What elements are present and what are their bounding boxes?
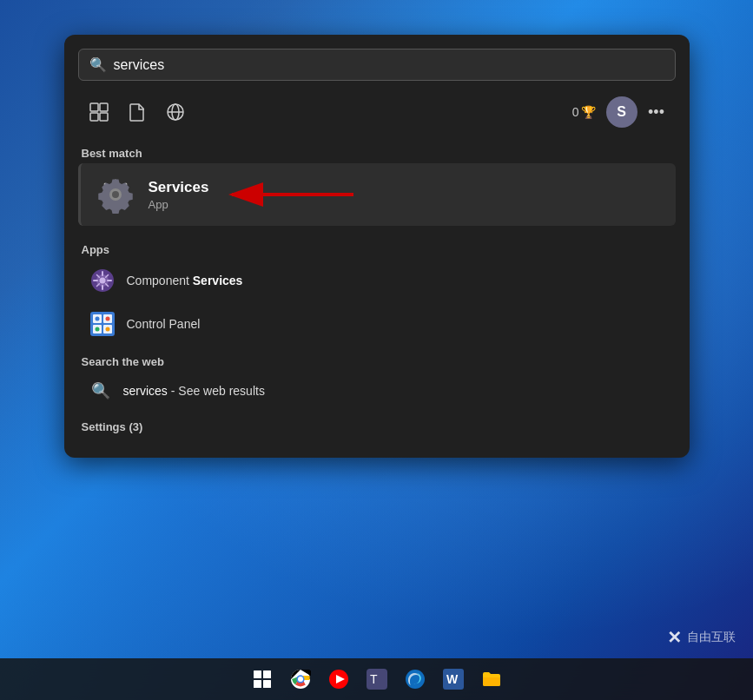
control-panel-icon bbox=[89, 310, 116, 338]
web-search-query: services - See web results bbox=[123, 384, 265, 398]
component-services-item[interactable]: Component Services bbox=[78, 260, 676, 301]
best-match-subtitle: App bbox=[149, 198, 209, 211]
chrome-icon[interactable] bbox=[283, 662, 318, 697]
best-match-text: Services App bbox=[149, 179, 209, 211]
best-match-item[interactable]: Services App bbox=[78, 163, 676, 226]
svg-rect-23 bbox=[254, 670, 261, 678]
word-icon[interactable]: W bbox=[436, 662, 471, 697]
explorer-icon[interactable] bbox=[474, 662, 509, 697]
svg-point-9 bbox=[112, 191, 119, 198]
arrow-annotation bbox=[206, 168, 362, 221]
svg-point-31 bbox=[298, 677, 303, 682]
search-panel: 🔍 0 🏆 bbox=[64, 35, 690, 458]
svg-rect-1 bbox=[100, 103, 108, 111]
apps-section-label: Apps bbox=[78, 243, 676, 256]
best-match-label: Best match bbox=[78, 147, 676, 160]
settings-label: Settings (3) bbox=[78, 420, 676, 433]
svg-text:T: T bbox=[370, 672, 378, 686]
watermark: ✕ 自由互联 bbox=[667, 627, 736, 648]
all-apps-icon[interactable] bbox=[82, 95, 116, 129]
svg-rect-3 bbox=[100, 113, 108, 121]
watermark-symbol: ✕ bbox=[667, 627, 682, 648]
svg-rect-0 bbox=[90, 103, 98, 111]
badge-count: 0 🏆 bbox=[572, 105, 596, 119]
documents-icon[interactable] bbox=[120, 95, 155, 129]
component-services-icon bbox=[89, 267, 116, 294]
web-search-label: Search the web bbox=[78, 355, 676, 368]
taskbar-icons: T W bbox=[245, 662, 509, 697]
component-services-label: Component Services bbox=[127, 274, 243, 287]
web-search-icon: 🔍 bbox=[89, 379, 113, 403]
watermark-text: 自由互联 bbox=[687, 630, 736, 645]
search-icon: 🔍 bbox=[89, 56, 107, 73]
svg-rect-2 bbox=[90, 113, 98, 121]
youtube-icon[interactable] bbox=[321, 662, 356, 697]
windows-start-icon[interactable] bbox=[245, 662, 280, 697]
edge-icon[interactable] bbox=[398, 662, 433, 697]
svg-rect-25 bbox=[254, 680, 261, 688]
best-match-title: Services bbox=[149, 179, 209, 196]
more-options-button[interactable]: ••• bbox=[641, 96, 672, 128]
teams-icon[interactable]: T bbox=[360, 662, 394, 697]
svg-rect-24 bbox=[263, 670, 271, 678]
svg-point-21 bbox=[95, 327, 99, 332]
control-panel-label: Control Panel bbox=[127, 317, 201, 331]
svg-rect-26 bbox=[263, 680, 271, 688]
svg-point-19 bbox=[95, 317, 99, 321]
user-avatar[interactable]: S bbox=[606, 96, 637, 128]
taskbar: T W bbox=[0, 658, 753, 700]
svg-text:W: W bbox=[446, 672, 459, 686]
search-input-wrapper: 🔍 bbox=[78, 49, 676, 81]
control-panel-item[interactable]: Control Panel bbox=[78, 303, 676, 345]
svg-point-22 bbox=[105, 327, 109, 332]
services-icon bbox=[95, 174, 136, 215]
web-search-item[interactable]: 🔍 services - See web results bbox=[78, 372, 676, 410]
search-input[interactable] bbox=[114, 57, 664, 73]
toolbar: 0 🏆 S ••• bbox=[78, 95, 676, 129]
svg-point-20 bbox=[105, 317, 109, 321]
svg-point-13 bbox=[99, 278, 105, 284]
web-icon[interactable] bbox=[158, 95, 193, 129]
